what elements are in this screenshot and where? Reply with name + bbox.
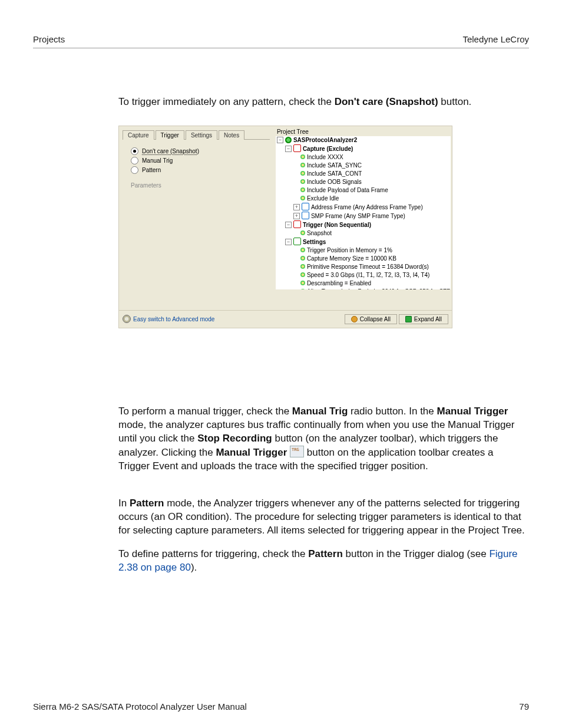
tab-strip: Capture Trigger Settings Notes: [123, 130, 270, 139]
leaf-icon: [300, 264, 305, 269]
page-number: 79: [519, 701, 529, 711]
tab-settings[interactable]: Settings: [186, 130, 217, 140]
header-right: Teledyne LeCroy: [462, 34, 529, 44]
leaf-icon: [300, 171, 305, 176]
expand-icon: [405, 316, 412, 322]
paragraph-4: To define patterns for triggering, check…: [118, 548, 525, 575]
manual-trigger-icon: [290, 446, 304, 457]
gear-icon: [285, 137, 292, 143]
leaf-icon: [300, 248, 305, 252]
leaf-icon: [300, 272, 305, 277]
folder-icon: [293, 220, 301, 228]
leaf-icon: [300, 163, 305, 167]
leaf-icon: [300, 281, 305, 285]
paragraph-2: To perform a manual trigger, check the M…: [118, 405, 525, 473]
radio-icon: [131, 147, 138, 155]
leaf-icon: [300, 196, 305, 200]
paragraph-3: In Pattern mode, the Analyzer triggers w…: [118, 497, 525, 538]
radio-dont-care[interactable]: Don't care (Snapshot): [131, 147, 266, 155]
project-tree: −SASProtocolAnalyzer2 −Capture (Exclude)…: [276, 136, 451, 289]
folder-icon: [293, 144, 301, 152]
project-tree-label: Project Tree: [276, 129, 451, 136]
gear-icon: [123, 315, 131, 323]
tab-notes[interactable]: Notes: [219, 130, 244, 140]
leaf-icon: [300, 230, 305, 235]
paragraph-1: To trigger immediately on any pattern, c…: [118, 95, 525, 109]
radio-pattern[interactable]: Pattern: [131, 166, 266, 174]
radio-icon: [131, 157, 138, 164]
folder-icon: [302, 203, 309, 210]
screenshot: Capture Trigger Settings Notes Don't car…: [118, 126, 452, 328]
radio-manual-trig[interactable]: Manual Trig: [131, 157, 266, 164]
folder-icon: [293, 238, 301, 245]
folder-icon: [302, 212, 309, 219]
leaf-icon: [300, 256, 305, 261]
radio-icon: [131, 166, 138, 174]
header-left: Projects: [33, 34, 65, 44]
parameters-label: Parameters: [131, 182, 266, 189]
advanced-mode-link[interactable]: Easy switch to Advanced mode: [123, 315, 214, 323]
collapse-all-button[interactable]: Collapse All: [345, 314, 397, 324]
tab-trigger[interactable]: Trigger: [156, 130, 184, 140]
expand-all-button[interactable]: Expand All: [399, 314, 448, 324]
leaf-icon: [300, 187, 305, 192]
leaf-icon: [300, 179, 305, 184]
leaf-icon: [300, 154, 305, 159]
tab-capture[interactable]: Capture: [123, 130, 154, 140]
collapse-icon: [351, 316, 358, 322]
footer-left: Sierra M6-2 SAS/SATA Protocol Analyzer U…: [33, 701, 247, 711]
leaf-icon: [300, 289, 305, 289]
